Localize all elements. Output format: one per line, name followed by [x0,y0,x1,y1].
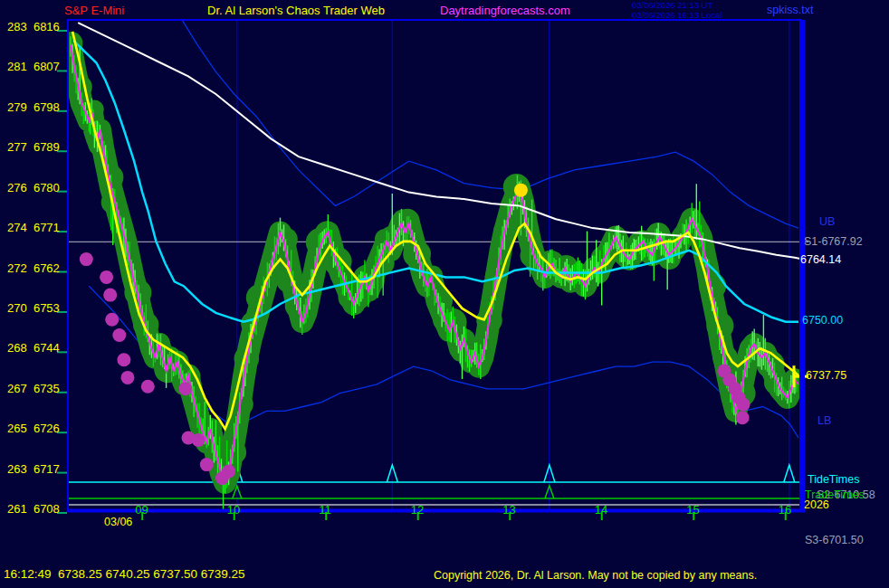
timestamp-local: 03/06/2026 16:13 Local [632,11,722,20]
date-label: 03/06 [104,517,132,529]
symbol-label: S&P E-Mini [64,5,124,17]
site-link[interactable]: Daytradingforecasts.com [440,5,570,17]
chart-window: 283 6816281 6807279 6798277 6789276 6780… [0,0,889,588]
data-file-link[interactable]: spkiss.txt [767,5,813,17]
page-title: Dr. Al Larson's Chaos Trader Web [207,5,385,17]
timestamp-ut: 03/06/2026 21:13 UT [632,1,712,10]
chart-canvas [0,0,889,588]
copyright-line: Copyright 2026, Dr. Al Larson. May not b… [434,570,757,583]
price-chart [0,0,889,588]
quote-line: 16:12:49 6738.25 6740.25 6737.50 6739.25 [4,568,245,582]
